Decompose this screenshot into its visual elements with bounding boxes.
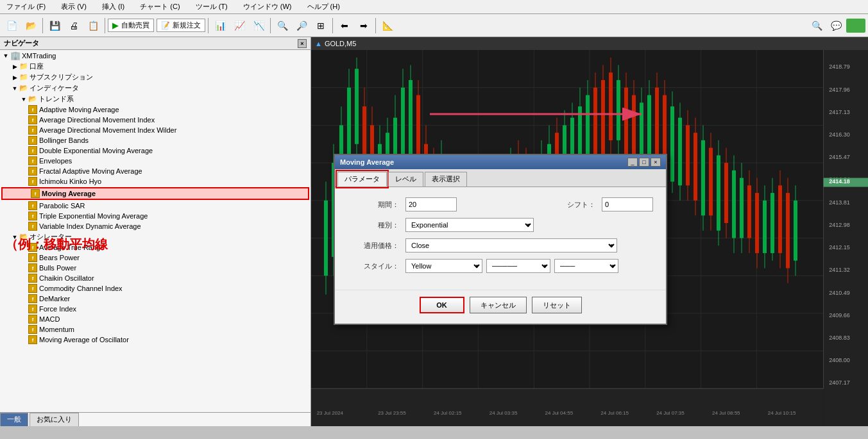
modal-content: 期間： シフト： 種別： Simple Exponential Smoothed… xyxy=(335,187,666,290)
line-width-select-wrapper: ─── ━━━ ▬▬▬ xyxy=(554,259,618,273)
period-label: 期間： xyxy=(348,200,399,210)
modal-tab-params[interactable]: パラメータ xyxy=(337,172,387,186)
shift-input[interactable] xyxy=(602,197,653,211)
modal-dialog: Moving Average _ □ × パラメータ レベル 表示選択 期間： … xyxy=(334,154,667,325)
color-select[interactable]: Yellow Red Blue Green White xyxy=(405,259,482,273)
modal-minimize-btn[interactable]: _ xyxy=(627,158,638,167)
type-select-wrapper: Simple Exponential Smoothed Linear Weigh… xyxy=(405,218,534,232)
period-input[interactable] xyxy=(405,197,457,211)
line-style-select-wrapper: ───── - - - - · · · · xyxy=(486,259,550,273)
cancel-button[interactable]: キャンセル xyxy=(470,297,527,313)
color-select-wrapper: Yellow Red Blue Green White xyxy=(405,259,482,273)
ok-button[interactable]: OK xyxy=(420,297,464,313)
shift-label: シフト： xyxy=(544,200,595,210)
modal-maximize-btn[interactable]: □ xyxy=(639,158,649,167)
modal-tab-display[interactable]: 表示選択 xyxy=(425,172,467,186)
modal-price-row: 適用価格： Close Open High Low Median Price T… xyxy=(348,238,653,253)
price-label: 適用価格： xyxy=(348,241,399,251)
line-style-select[interactable]: ───── - - - - · · · · xyxy=(486,259,550,273)
price-select[interactable]: Close Open High Low Median Price Typical… xyxy=(405,238,617,253)
style-label: スタイル： xyxy=(348,261,399,271)
modal-type-row: 種別： Simple Exponential Smoothed Linear W… xyxy=(348,218,653,232)
modal-controls: _ □ × xyxy=(627,158,661,167)
modal-tabs: パラメータ レベル 表示選択 xyxy=(335,169,666,187)
price-select-wrapper: Close Open High Low Median Price Typical… xyxy=(405,238,617,253)
modal-titlebar: Moving Average _ □ × xyxy=(335,155,666,169)
modal-buttons: OK キャンセル リセット xyxy=(335,290,666,324)
modal-overlay: Moving Average _ □ × パラメータ レベル 表示選択 期間： … xyxy=(0,0,868,439)
modal-title: Moving Average xyxy=(340,158,394,166)
type-label: 種別： xyxy=(348,220,399,230)
modal-tab-levels[interactable]: レベル xyxy=(388,172,423,186)
reset-button[interactable]: リセット xyxy=(532,297,582,313)
modal-close-btn[interactable]: × xyxy=(651,158,661,167)
modal-style-row: スタイル： Yellow Red Blue Green White ───── … xyxy=(348,259,653,273)
line-width-select[interactable]: ─── ━━━ ▬▬▬ xyxy=(554,259,618,273)
modal-period-row: 期間： シフト： xyxy=(348,197,653,211)
type-select[interactable]: Simple Exponential Smoothed Linear Weigh… xyxy=(405,218,534,232)
